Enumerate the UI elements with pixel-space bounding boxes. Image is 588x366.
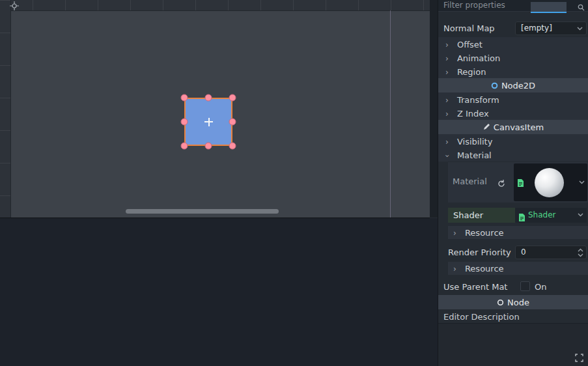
section-region[interactable]: › Region <box>438 64 588 78</box>
selection-handle[interactable] <box>181 119 188 126</box>
texture-preview-partial[interactable] <box>531 2 567 13</box>
render-priority-value: 0 <box>521 247 526 257</box>
ruler-top <box>0 0 430 11</box>
chevron-right-icon: › <box>445 94 449 107</box>
chevron-right-icon: › <box>445 135 449 149</box>
shader-resource-name: Shader <box>528 210 556 219</box>
checkbox-on-label: On <box>535 282 546 292</box>
category-label: CanvasItem <box>494 122 544 132</box>
chevron-right-icon: › <box>445 107 449 121</box>
section-label: Resource <box>465 264 504 274</box>
spinner-arrows-icon[interactable] <box>578 248 583 257</box>
section-material[interactable]: › Material <box>438 148 588 162</box>
chevron-down-icon: › <box>440 154 454 158</box>
editor-description-label: Editor Description <box>443 312 520 322</box>
chevron-right-icon: › <box>445 38 449 52</box>
use-parent-mat-checkbox[interactable] <box>520 281 530 291</box>
expand-icon[interactable] <box>575 352 583 365</box>
render-priority-spinbox[interactable]: 0 <box>515 246 587 259</box>
section-label: Resource <box>465 228 504 238</box>
selection-handle[interactable] <box>205 94 212 102</box>
section-label: Material <box>457 150 492 160</box>
category-node: Node <box>438 295 588 309</box>
use-parent-mat-label: Use Parent Mat <box>443 282 507 292</box>
section-offset[interactable]: › Offset <box>438 37 588 51</box>
revert-icon[interactable] <box>497 178 505 190</box>
shader-resource-dropdown[interactable]: Shader <box>515 208 587 223</box>
selection-handle[interactable] <box>229 143 236 150</box>
section-label: Offset <box>457 40 483 49</box>
canvasitem-icon <box>483 123 490 131</box>
filter-placeholder: Filter properties <box>443 0 505 10</box>
selection-handle[interactable] <box>229 119 236 126</box>
chevron-right-icon: › <box>453 227 456 240</box>
godot-editor: arch Edit Go To Help 1shader_type canvas… <box>0 0 588 366</box>
section-label: Transform <box>457 95 499 105</box>
section-visibility[interactable]: › Visibility <box>438 134 588 148</box>
section-resource[interactable]: › Resource <box>448 262 588 275</box>
section-z-index[interactable]: › Z Index <box>438 106 588 120</box>
section-resource[interactable]: › Resource <box>448 226 588 239</box>
shader-label-text: Shader <box>453 210 483 220</box>
sprite-center-cross <box>208 118 210 126</box>
origin-crosshair-icon <box>10 1 19 13</box>
shader-file-icon <box>518 211 525 226</box>
chevron-right-icon: › <box>445 66 449 79</box>
node2d-icon <box>491 82 498 89</box>
shader-file-icon <box>517 178 524 190</box>
chevron-down-icon <box>579 180 585 184</box>
chevron-right-icon: › <box>445 52 449 66</box>
chevron-down-icon <box>578 213 583 217</box>
viewport-boundary-line <box>390 10 391 218</box>
category-label: Node2D <box>501 81 535 91</box>
panel-divider <box>430 0 438 218</box>
material-preview-sphere <box>535 168 564 197</box>
search-icon <box>578 1 585 14</box>
chevron-right-icon: › <box>453 262 456 275</box>
section-label: Animation <box>457 53 500 63</box>
section-label: Z Index <box>457 109 489 119</box>
section-animation[interactable]: › Animation <box>438 51 588 64</box>
ruler-left <box>0 0 11 218</box>
section-label: Visibility <box>457 137 492 147</box>
shader-editor-panel: arch Edit Go To Help 1shader_type canvas… <box>0 218 438 366</box>
editor-description-box <box>438 323 588 366</box>
section-transform[interactable]: › Transform <box>438 92 588 106</box>
normal-map-value: [empty] <box>521 23 552 33</box>
material-label: Material <box>453 176 487 186</box>
category-canvasitem: CanvasItem <box>438 120 588 134</box>
selection-handle[interactable] <box>205 143 212 150</box>
normal-map-label: Normal Map <box>443 23 495 33</box>
category-node2d: Node2D <box>438 78 588 92</box>
selection-handle[interactable] <box>181 143 188 150</box>
section-label: Region <box>457 67 486 77</box>
selection-handle[interactable] <box>229 94 236 102</box>
chevron-down-icon <box>577 27 583 31</box>
render-priority-label: Render Priority <box>448 247 511 257</box>
normal-map-dropdown[interactable]: [empty] <box>515 21 587 35</box>
selection-handle[interactable] <box>181 94 188 102</box>
inspector-panel: Filter properties Normal Map [empty] › O… <box>438 0 588 366</box>
horizontal-scrollbar[interactable] <box>126 209 279 214</box>
category-label: Node <box>507 298 529 307</box>
canvas-viewport[interactable] <box>0 0 430 218</box>
material-property-block: Material <box>448 162 588 203</box>
selected-sprite[interactable] <box>184 98 232 146</box>
shader-property-label: Shader <box>448 208 515 223</box>
node-icon <box>497 299 504 306</box>
material-preview-button[interactable] <box>514 163 587 201</box>
